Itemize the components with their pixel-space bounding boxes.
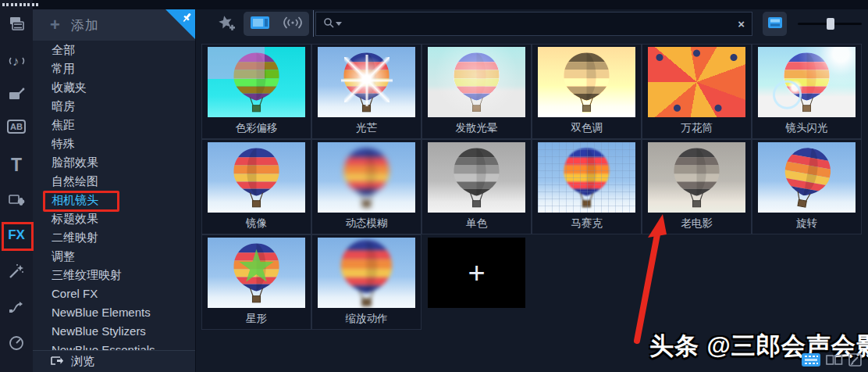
- effect-label: 色彩偏移: [202, 121, 311, 135]
- category-list-item[interactable]: 脸部效果: [33, 153, 195, 172]
- effect-thumbnail[interactable]: +: [648, 47, 745, 117]
- show-video-effects-toggle[interactable]: [244, 12, 276, 36]
- category-list-item[interactable]: 标题效果: [33, 209, 195, 228]
- effect-thumbnail[interactable]: +: [758, 47, 856, 117]
- balloon-image: [208, 47, 305, 117]
- category-list-item[interactable]: NewBlue Essentials: [33, 341, 195, 350]
- effect-thumbnail[interactable]: +: [538, 47, 635, 117]
- title-t-icon: T: [11, 155, 22, 176]
- category-list-item[interactable]: 相机镜头: [33, 191, 195, 209]
- effect-thumbnail[interactable]: +: [648, 142, 745, 213]
- effect-tile[interactable]: + 动态模糊: [311, 139, 422, 234]
- svg-text:♪: ♪: [12, 54, 20, 69]
- monitor-icon: [767, 16, 783, 32]
- search-box[interactable]: ×: [315, 12, 752, 36]
- transition-ab-icon: AB: [7, 120, 26, 134]
- balloon-image: [208, 142, 305, 213]
- category-list-item[interactable]: 特殊: [33, 134, 195, 153]
- hot-air-balloon-graphic: [208, 47, 305, 117]
- category-list-item[interactable]: Corel FX: [33, 284, 195, 303]
- clear-search-button[interactable]: ×: [738, 18, 745, 30]
- effect-tile[interactable]: + 单色: [422, 139, 532, 234]
- title-button[interactable]: T: [0, 153, 33, 177]
- category-list-item[interactable]: 三维纹理映射: [33, 266, 195, 284]
- panel-grip-handle[interactable]: [2, 3, 38, 6]
- hot-air-balloon-graphic: [538, 47, 635, 117]
- hot-air-balloon-graphic: [318, 47, 415, 117]
- category-list-item[interactable]: 暗房: [33, 97, 195, 116]
- effect-label: 镜像: [202, 216, 311, 231]
- instant-project-button[interactable]: [0, 83, 33, 106]
- category-list-item[interactable]: 自然绘图: [33, 172, 195, 191]
- hot-air-balloon-graphic: [428, 142, 525, 213]
- effect-thumbnail[interactable]: +: [428, 238, 525, 308]
- effect-label: 马赛克: [532, 216, 641, 231]
- effect-tile[interactable]: + 旋转: [752, 139, 862, 234]
- effect-thumbnail[interactable]: +: [208, 238, 305, 308]
- thumbnail-size-slider[interactable]: [798, 23, 862, 25]
- category-list-item[interactable]: 常用: [33, 59, 195, 78]
- effect-thumbnail[interactable]: +: [318, 238, 415, 308]
- sound-wave-icon: [282, 15, 304, 34]
- effect-tile[interactable]: + 马赛克: [532, 139, 642, 234]
- panel-view-button[interactable]: [763, 12, 787, 36]
- search-icon: [323, 17, 334, 31]
- effect-thumbnail[interactable]: +: [428, 142, 525, 213]
- effect-tile[interactable]: + 老电影: [642, 139, 752, 234]
- add-to-favorites-button[interactable]: [215, 14, 237, 36]
- effect-tile[interactable]: + 镜头闪光: [752, 44, 862, 139]
- fx-red-highlight-box: [2, 222, 34, 251]
- effect-tile[interactable]: + 色彩偏移: [201, 44, 311, 139]
- effect-label: 动态模糊: [312, 216, 421, 231]
- balloon-image: [538, 142, 635, 213]
- edit-pencil-button[interactable]: [848, 353, 862, 370]
- media-library-button[interactable]: [0, 13, 33, 36]
- add-button[interactable]: 添加: [71, 16, 99, 34]
- effect-thumbnail[interactable]: +: [318, 142, 415, 213]
- speed-button[interactable]: [0, 331, 33, 354]
- audio-button[interactable]: ♪: [0, 48, 33, 72]
- category-list-item[interactable]: 调整: [33, 247, 195, 266]
- category-list-item[interactable]: 收藏夹: [33, 78, 195, 97]
- effect-tile[interactable]: + 双色调: [532, 44, 642, 139]
- effect-tile[interactable]: + 万花筒: [642, 44, 752, 139]
- effect-tile[interactable]: + 缩放动作: [311, 234, 422, 330]
- effect-overlay: [648, 47, 745, 117]
- effect-thumbnail[interactable]: +: [208, 142, 305, 213]
- pin-panel-button[interactable]: [165, 9, 195, 39]
- effect-tile[interactable]: + 发散光晕: [422, 44, 532, 139]
- path-curve-icon: [7, 298, 26, 317]
- search-input[interactable]: [345, 17, 738, 30]
- balloon-image: [318, 238, 415, 308]
- search-scope-caret-icon[interactable]: [336, 22, 342, 26]
- effect-tile[interactable]: +: [422, 234, 532, 330]
- storyboard-view-button[interactable]: [826, 354, 843, 369]
- hot-air-balloon-graphic: [758, 142, 856, 213]
- effect-tile[interactable]: + 星形: [201, 234, 311, 330]
- balloon-image: [758, 47, 856, 117]
- effect-tile[interactable]: + 镜像: [201, 139, 311, 234]
- add-plus-icon[interactable]: +: [50, 17, 60, 33]
- browse-button[interactable]: 浏览: [33, 350, 195, 372]
- music-note-icon: ♪: [7, 51, 26, 70]
- category-list-item[interactable]: 全部: [33, 41, 195, 59]
- effect-thumbnail[interactable]: +: [208, 47, 305, 117]
- effect-thumbnail[interactable]: +: [538, 142, 635, 213]
- browse-icon: [50, 355, 64, 369]
- show-audio-effects-toggle[interactable]: [276, 12, 309, 36]
- effect-tile[interactable]: + 光芒: [311, 44, 422, 139]
- timeline-view-button[interactable]: [802, 353, 820, 370]
- overlay-button[interactable]: [0, 189, 33, 213]
- effect-thumbnail[interactable]: +: [318, 47, 415, 117]
- effects-wand-button[interactable]: [0, 259, 33, 283]
- thumbnail-size-slider-handle[interactable]: [827, 18, 834, 30]
- effect-thumbnail[interactable]: +: [758, 142, 856, 213]
- effect-thumbnail[interactable]: +: [428, 47, 525, 117]
- library-filter-toggle-group: [244, 12, 309, 36]
- category-list-item[interactable]: NewBlue Stylizers: [33, 322, 195, 341]
- category-list-item[interactable]: 二维映射: [33, 228, 195, 247]
- transition-button[interactable]: AB: [0, 115, 33, 138]
- motion-path-button[interactable]: [0, 295, 33, 319]
- category-list-item[interactable]: NewBlue Elements: [33, 303, 195, 322]
- category-list-item[interactable]: 焦距: [33, 116, 195, 134]
